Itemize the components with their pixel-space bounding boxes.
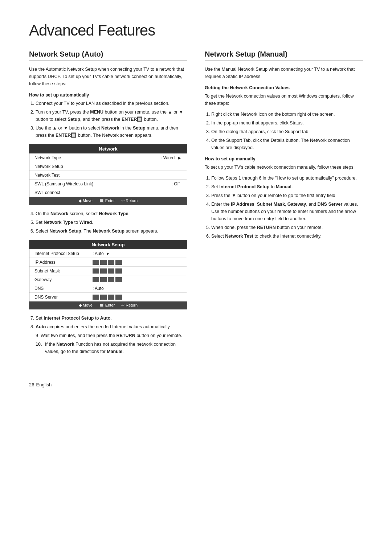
pixel-block [100, 277, 107, 282]
auto-step-8: Auto acquires and enters the needed Inte… [36, 323, 187, 330]
pixel-block [108, 260, 114, 265]
setup-row-ip: IP Address [29, 258, 187, 267]
setup-row-gateway-label: Gateway [34, 277, 93, 282]
network-row-setup-label: Network Setup [34, 164, 182, 169]
manual-step-6: Select Network Test to check the Interne… [211, 233, 363, 240]
setup-row-subnet-label: Subnet Mask [34, 268, 93, 274]
manual-step-2: Set Internet Protocol Setup to Manual. [211, 183, 363, 190]
pixel-block [93, 260, 99, 265]
right-column: Network Setup (Manual) Use the Manual Ne… [205, 50, 363, 359]
setup-row-ips-value: : Auto [93, 251, 104, 256]
auto-steps-list-2: On the Network screen, select Network Ty… [29, 210, 187, 235]
pixel-block [115, 268, 122, 274]
footer-move: ◆ Move [79, 198, 93, 203]
setup-footer-enter: 🔲 Enter [99, 303, 115, 308]
setup-row-ips-label: Internet Protocol Setup [34, 251, 93, 256]
auto-step-3: Use the ▲ or ▼ button to select Network … [36, 124, 187, 139]
setup-row-dns-value: : Auto [93, 286, 104, 291]
auto-step-4: On the Network screen, select Network Ty… [36, 210, 187, 217]
left-intro: Use the Automatic Network Setup when con… [29, 66, 187, 87]
setup-row-subnet-blocks [93, 268, 122, 274]
auto-step-2: Turn on your TV, press the MENU button o… [36, 108, 187, 123]
subsection-how-to-manual: How to set up manually [205, 156, 363, 161]
network-row-swl-label: SWL (Samsung Wireless Link) [34, 181, 172, 186]
network-setup-box: Network Setup Internet Protocol Setup : … [29, 240, 187, 309]
getting-step-3: On the dialog that appears, click the Su… [211, 128, 363, 135]
setup-row-dns: DNS : Auto [29, 284, 187, 293]
setup-row-subnet: Subnet Mask [29, 267, 187, 275]
footer-enter: 🔲 Enter [99, 198, 115, 203]
setup-row-ips: Internet Protocol Setup : Auto ► [29, 249, 187, 258]
network-row-swlconnect-label: SWL connect [34, 190, 182, 195]
auto-step-7: Set Internet Protocol Setup to Auto. [36, 315, 187, 322]
getting-values-steps: Right click the Network icon on the bott… [205, 111, 363, 151]
pixel-block [108, 268, 114, 274]
network-box-header: Network [29, 144, 187, 153]
page-title: Advanced Features [29, 22, 363, 39]
getting-step-4: On the Support Tab, click the Details bu… [211, 137, 363, 151]
right-section-title: Network Setup (Manual) [205, 50, 363, 61]
subsection-getting-values: Getting the Network Connection Values [205, 85, 363, 90]
footer-return: ↩ Return [121, 198, 138, 203]
network-row-type-value: : Wired [161, 155, 175, 160]
setup-row-ips-arrow: ► [106, 251, 110, 256]
auto-step-6: Select Network Setup. The Network Setup … [36, 227, 187, 235]
setup-row-ip-blocks [93, 260, 122, 265]
network-row-swl: SWL (Samsung Wireless Link) : Off [29, 180, 187, 188]
manual-steps: Follow Steps 1 through 6 in the "How to … [205, 174, 363, 240]
getting-step-2: In the pop-up menu that appears, click S… [211, 119, 363, 127]
manual-step-1: Follow Steps 1 through 6 in the "How to … [211, 174, 363, 182]
pixel-block [115, 260, 122, 265]
auto-step-5: Set Network Type to Wired. [36, 219, 187, 226]
setup-row-ip-label: IP Address [34, 260, 93, 265]
setup-row-gateway-blocks [93, 277, 122, 282]
network-row-type-label: Network Type [34, 155, 161, 160]
auto-step-10: 10.If the Network Function has not acqui… [29, 341, 187, 355]
pixel-block [93, 277, 99, 282]
getting-step-1: Right click the Network icon on the bott… [211, 111, 363, 118]
right-intro: Use the Manual Network Setup when connec… [205, 66, 363, 80]
pixel-block [100, 260, 107, 265]
setup-footer-move: ◆ Move [79, 303, 93, 308]
network-row-setup: Network Setup [29, 162, 187, 171]
pixel-block [115, 277, 122, 282]
network-row-test: Network Test [29, 171, 187, 180]
network-row-type-arrow: ► [177, 155, 182, 161]
network-setup-box-header: Network Setup [29, 240, 187, 249]
pixel-block [100, 295, 107, 300]
pixel-block [115, 295, 122, 300]
getting-values-intro: To get the Network connection values on … [205, 93, 363, 107]
network-row-swlconnect: SWL connect [29, 188, 187, 197]
page-language: English [36, 382, 52, 387]
pixel-block [108, 277, 114, 282]
network-row-test-label: Network Test [34, 173, 182, 178]
network-setup-footer: ◆ Move 🔲 Enter ↩ Return [29, 301, 187, 309]
setup-row-gateway: Gateway [29, 275, 187, 284]
manual-step-5: When done, press the RETURN button on yo… [211, 224, 363, 231]
setup-row-dns-label: DNS [34, 286, 93, 291]
setup-row-dnsserver-label: DNS Server [34, 295, 93, 300]
auto-step-9: 9 Wait two minutes, and then press the R… [29, 332, 187, 339]
page-number: 26 English [29, 381, 363, 388]
pixel-block [93, 268, 99, 274]
pixel-block [108, 295, 114, 300]
manual-intro: To set up your TV's cable network connec… [205, 164, 363, 171]
two-column-layout: Network Setup (Auto) Use the Automatic N… [29, 50, 363, 359]
auto-steps-list-3: Set Internet Protocol Setup to Auto. Aut… [29, 315, 187, 355]
manual-step-3: Press the ▼ button on your remote to go … [211, 192, 363, 199]
setup-row-dnsserver-blocks [93, 295, 122, 300]
left-column: Network Setup (Auto) Use the Automatic N… [29, 50, 187, 359]
pixel-block [93, 295, 99, 300]
auto-steps-list: Connect your TV to your LAN as described… [29, 100, 187, 139]
left-section-title: Network Setup (Auto) [29, 50, 187, 61]
network-row-type: Network Type : Wired ► [29, 153, 187, 162]
network-box-footer: ◆ Move 🔲 Enter ↩ Return [29, 197, 187, 205]
auto-step-1: Connect your TV to your LAN as described… [36, 100, 187, 107]
manual-step-4: Enter the IP Address, Subnet Mask, Gatew… [211, 201, 363, 222]
setup-footer-return: ↩ Return [121, 303, 138, 308]
setup-row-dnsserver: DNS Server [29, 293, 187, 301]
network-box: Network Network Type : Wired ► Network S… [29, 144, 187, 205]
network-row-swl-value: : Off [172, 181, 180, 186]
pixel-block [100, 268, 107, 274]
subsection-how-to-auto: How to set up automatically [29, 93, 187, 98]
